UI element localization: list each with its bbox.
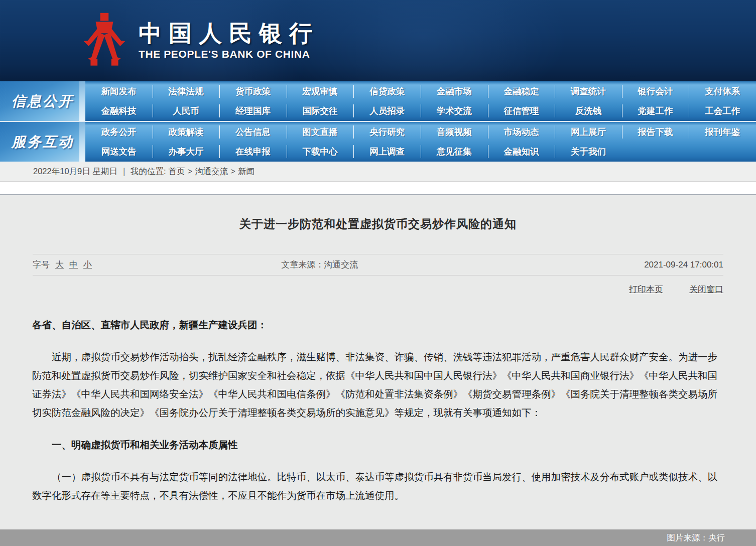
nav-item[interactable]: 政务公开 [85,122,153,142]
source-label: 文章来源： [281,260,324,269]
article-paragraph: （一）虚拟货币不具有与法定货币等同的法律地位。比特币、以太币、泰达币等虚拟货币具… [32,468,724,505]
nav-item[interactable]: 征信管理 [488,101,555,121]
article-actions: 打印本页 关闭窗口 [33,276,723,303]
nav-item[interactable]: 学术交流 [421,101,488,121]
image-source-bar: 图片来源：央行 [0,529,756,546]
nav-item[interactable]: 货币政策 [219,81,287,101]
article-datetime: 2021-09-24 17:00:01 [644,260,723,270]
article-paragraph: 各省、自治区、直辖市人民政府，新疆生产建设兵团： [32,316,724,334]
nav-item[interactable]: 宏观审慎 [287,81,354,101]
page-title: 关于进一步防范和处置虚拟货币交易炒作风险的通知 [0,216,756,232]
font-size-controls: 字号大中小 [33,259,281,270]
nav-item[interactable]: 音频视频 [421,122,488,142]
nav-item[interactable]: 新闻发布 [85,81,153,101]
nav-item[interactable]: 办事大厅 [153,142,220,162]
breadcrumb-path: 首页>沟通交流>新闻 [169,166,257,177]
main-nav: 信息公开新闻发布法律法规货币政策宏观审慎信贷政策金融市场金融稳定调查统计银行会计… [0,81,756,162]
breadcrumb-bar: 2022年10月9日 星期日 ｜ 我的位置: 首页>沟通交流>新闻 [0,162,756,182]
nav-item[interactable]: 图文直播 [287,122,354,142]
nav-item[interactable]: 在线申报 [219,142,287,162]
breadcrumb-link[interactable]: 新闻 [238,167,255,176]
site-name-english: THE PEOPLE'S BANK OF CHINA [139,48,319,60]
nav-item[interactable]: 银行会计 [622,81,689,101]
font-size-label: 字号 [33,260,50,269]
nav-item[interactable]: 政策解读 [153,122,220,142]
site-banner: 中国人民银行 THE PEOPLE'S BANK OF CHINA [0,0,756,81]
nav-item[interactable]: 调查统计 [555,81,622,101]
nav-item[interactable]: 金融市场 [421,81,488,101]
nav-item[interactable]: 法律法规 [153,81,220,101]
article-meta-row: 字号大中小 文章来源：沟通交流 2021-09-24 17:00:01 [33,254,723,276]
nav-item[interactable]: 网上调查 [353,142,421,162]
nav-item[interactable]: 意见征集 [421,142,488,162]
article-paragraph: 一、明确虚拟货币和相关业务活动本质属性 [32,436,724,454]
nav-item[interactable]: 党建工作 [622,101,689,121]
font-size-option[interactable]: 小 [83,260,92,269]
site-name-chinese: 中国人民银行 [139,21,319,47]
article-source: 文章来源：沟通交流 [281,259,644,270]
nav-item[interactable]: 反洗钱 [555,101,622,121]
pboc-logo-icon[interactable] [81,13,128,69]
nav-item[interactable]: 报告下载 [622,122,689,142]
nav-item[interactable]: 网送文告 [85,142,153,162]
nav-item[interactable]: 报刊年鉴 [689,122,756,142]
nav-item[interactable]: 金融科技 [85,101,153,121]
nav-item[interactable]: 金融稳定 [488,81,555,101]
nav-item[interactable]: 国际交往 [287,101,354,121]
nav-item[interactable]: 金融知识 [488,142,555,162]
print-page-link[interactable]: 打印本页 [629,284,663,295]
nav-section-2: 服务互动政务公开政策解读公告信息图文直播央行研究音频视频市场动态网上展厅报告下载… [0,122,756,162]
nav-item[interactable]: 支付体系 [689,81,756,101]
nav-item[interactable]: 公告信息 [219,122,287,142]
nav-items-grid: 新闻发布法律法规货币政策宏观审慎信贷政策金融市场金融稳定调查统计银行会计支付体系… [85,81,756,121]
article: 关于进一步防范和处置虚拟货币交易炒作风险的通知 字号大中小 文章来源：沟通交流 … [0,216,756,505]
source-value: 沟通交流 [324,260,358,269]
article-body: 各省、自治区、直辖市人民政府，新疆生产建设兵团：近期，虚拟货币交易炒作活动抬头，… [0,303,756,505]
font-size-option[interactable]: 中 [69,260,78,269]
nav-item[interactable]: 网上展厅 [555,122,622,142]
breadcrumb-path-separator: > [230,167,235,176]
nav-item[interactable]: 央行研究 [353,122,421,142]
breadcrumb-link[interactable]: 首页 [169,167,185,176]
breadcrumb-link[interactable]: 沟通交流 [195,167,228,176]
spacer-band [0,182,756,195]
breadcrumb-path-separator: > [188,167,193,176]
nav-item-empty [689,142,756,162]
nav-item[interactable]: 关于我们 [555,142,622,162]
pboc-webpage: 中国人民银行 THE PEOPLE'S BANK OF CHINA 信息公开新闻… [0,0,756,546]
close-window-link[interactable]: 关闭窗口 [689,284,723,295]
article-paragraph: 近期，虚拟货币交易炒作活动抬头，扰乱经济金融秩序，滋生赌博、非法集资、诈骗、传销… [32,348,724,422]
nav-section-label[interactable]: 信息公开 [0,81,85,121]
nav-item[interactable]: 经理国库 [219,101,287,121]
nav-item[interactable]: 信贷政策 [353,81,421,101]
location-label: 我的位置: [131,166,166,177]
nav-item[interactable]: 市场动态 [488,122,555,142]
nav-item[interactable]: 人民币 [153,101,220,121]
nav-section-1: 信息公开新闻发布法律法规货币政策宏观审慎信贷政策金融市场金融稳定调查统计银行会计… [0,81,756,121]
nav-items-grid: 政务公开政策解读公告信息图文直播央行研究音频视频市场动态网上展厅报告下载报刊年鉴… [85,122,756,162]
breadcrumb-separator: ｜ [120,166,128,177]
current-date: 2022年10月9日 星期日 [33,166,117,177]
font-size-option[interactable]: 大 [55,260,64,269]
nav-section-label[interactable]: 服务互动 [0,122,85,162]
nav-item[interactable]: 下载中心 [287,142,354,162]
site-name: 中国人民银行 THE PEOPLE'S BANK OF CHINA [139,21,319,61]
nav-item[interactable]: 工会工作 [689,101,756,121]
image-source-text: 图片来源：央行 [667,532,725,543]
nav-item-empty [622,142,689,162]
nav-item[interactable]: 人员招录 [353,101,421,121]
